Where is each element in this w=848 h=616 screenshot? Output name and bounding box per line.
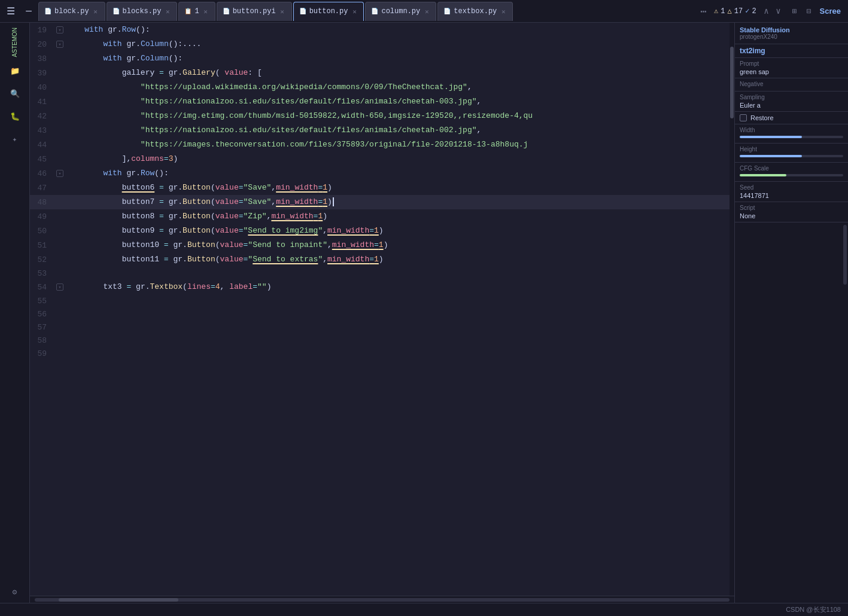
tab-1[interactable]: 📋 1 ✕ (178, 2, 215, 21)
line-number: 54 (30, 283, 54, 292)
vertical-scrollbar[interactable] (730, 23, 734, 596)
seed-section: Seed 14417871 (735, 182, 848, 202)
line-content[interactable]: button6 = gr.Button(value="Save",min_wid… (66, 181, 730, 195)
code-line-45: 45 ],columns=3) (30, 152, 730, 166)
cfg-slider[interactable] (740, 174, 843, 176)
tab-close-icon[interactable]: ✕ (499, 7, 507, 16)
tab-close-icon[interactable]: ✕ (350, 7, 358, 16)
scrollbar-thumb[interactable] (730, 47, 734, 118)
tab-button-pyi[interactable]: 📄 button.pyi ✕ (217, 2, 292, 21)
line-content[interactable]: "https://images.theconversation.com/file… (66, 138, 730, 152)
line-content[interactable]: button10 = gr.Button(value="Send to inpa… (66, 238, 730, 252)
tab-file-icon: 📄 (112, 7, 120, 16)
txt2img-label[interactable]: txt2img (740, 47, 843, 55)
line-content[interactable]: "https://upload.wikimedia.org/wikipedia/… (66, 80, 730, 94)
line-content[interactable]: with gr.Row(): (66, 166, 730, 181)
line-content[interactable]: button8 = gr.Button(value="Zip",min_widt… (66, 209, 730, 224)
sampling-value[interactable]: Euler a (740, 102, 843, 109)
tab-file-icon: 📄 (44, 7, 52, 16)
code-line-53: 53 (30, 267, 730, 280)
tab-bar-left: ☰ — 📄 block.py ✕ 📄 blocks.py ✕ 📋 1 ✕ 📄 b… (2, 2, 513, 21)
line-content[interactable]: txt3 = gr.Textbox(lines=4, label="") (66, 280, 730, 294)
tab-textbox-py[interactable]: 📄 textbox.py ✕ (437, 2, 513, 21)
tab-file-icon: 📋 (184, 7, 192, 16)
tab-label: block.py (54, 7, 89, 16)
tab-button-py[interactable]: 📄 button.py ✕ (293, 2, 364, 21)
tab-label: 1 (194, 7, 199, 16)
more-button[interactable]: ⋯ (698, 5, 709, 18)
h-scrollbar-thumb[interactable] (59, 598, 178, 602)
line-number: 56 (30, 310, 54, 319)
grid-layout-icon[interactable]: ⊟ (803, 5, 815, 17)
line-content[interactable]: button7 = gr.Button(value="Save",min_wid… (66, 195, 730, 209)
line-content[interactable]: "https://nationalzoo.si.edu/sites/defaul… (66, 123, 730, 138)
line-content[interactable]: gallery = gr.Gallery( value: [ (66, 66, 730, 80)
tab-block-py[interactable]: 📄 block.py ✕ (38, 2, 105, 21)
line-content (66, 353, 730, 354)
tab-blocks-py[interactable]: 📄 blocks.py ✕ (107, 2, 178, 21)
fold-icon[interactable]: ▾ (56, 41, 63, 48)
restore-checkbox[interactable] (740, 114, 747, 121)
code-line-44: 44 "https://images.theconversation.com/f… (30, 138, 730, 152)
line-content[interactable]: with gr.Column(): (66, 51, 730, 66)
script-value[interactable]: None (740, 212, 843, 219)
height-slider[interactable] (740, 155, 843, 157)
main-area: ASTEMON 📁 🔍 🐛 ✦ ⚙ 19 ▾ with gr.Row(): 20 (0, 23, 848, 603)
line-content[interactable]: ],columns=3) (66, 152, 730, 166)
tab-close-icon[interactable]: ✕ (202, 7, 210, 16)
sampling-label: Sampling (740, 94, 843, 100)
sidebar-explorer-icon[interactable]: 📁 (4, 60, 26, 82)
code-line-58: 58 (30, 334, 730, 347)
width-label: Width (740, 127, 843, 133)
line-content (66, 273, 730, 274)
prompt-label: Prompt (740, 60, 843, 67)
prompt-value[interactable]: green sap (740, 68, 843, 75)
line-content[interactable]: with gr.Column():.... (66, 37, 730, 51)
width-slider[interactable] (740, 136, 843, 138)
code-line-38: 38 with gr.Column(): (30, 51, 730, 66)
tab-file-icon: 📄 (443, 7, 451, 16)
tab-column-py[interactable]: 📄 column.py ✕ (365, 2, 436, 21)
width-slider-fill (740, 136, 802, 138)
line-gutter[interactable]: ▾ (54, 26, 66, 33)
tab-close-icon[interactable]: ✕ (423, 7, 431, 16)
height-section: Height (735, 144, 848, 163)
line-gutter[interactable]: ▾ (54, 283, 66, 291)
line-content[interactable]: "https://img.etimg.com/thumb/msid-501598… (66, 109, 730, 123)
sidebar-settings-icon[interactable]: ⚙ (4, 581, 26, 603)
line-number: 20 (30, 40, 54, 49)
right-panel-scrollbar[interactable] (843, 225, 847, 285)
sidebar-extensions-icon[interactable]: ✦ (4, 129, 26, 150)
minimize-icon[interactable]: — (20, 3, 37, 20)
fold-icon[interactable]: ▾ (56, 26, 63, 33)
horizontal-scrollbar[interactable] (35, 598, 730, 602)
warning-badge: ⚠ 1 △ 17 ✓ 2 (714, 7, 756, 16)
next-chevron-icon[interactable]: ∨ (773, 6, 784, 17)
sidebar-search-icon[interactable]: 🔍 (4, 83, 26, 105)
height-slider-fill (740, 155, 802, 157)
tab-close-icon[interactable]: ✕ (278, 7, 287, 16)
seed-value[interactable]: 14417871 (740, 192, 843, 199)
line-content[interactable]: with gr.Row(): (66, 23, 730, 37)
prev-chevron-icon[interactable]: ∧ (761, 6, 772, 17)
tab-close-icon[interactable]: ✕ (163, 7, 172, 16)
split-layout-icon[interactable]: ⊞ (789, 5, 801, 17)
line-gutter[interactable]: ▾ (54, 170, 66, 177)
line-gutter[interactable]: ▾ (54, 41, 66, 48)
line-content[interactable]: button11 = gr.Button(value="Send to extr… (66, 252, 730, 267)
tab-close-icon[interactable]: ✕ (92, 7, 100, 16)
line-content[interactable]: button9 = gr.Button(value="Send to img2i… (66, 224, 730, 238)
tab-label: textbox.py (454, 7, 497, 16)
code-line-46: 46 ▾ with gr.Row(): (30, 166, 730, 181)
fold-icon[interactable]: ▾ (56, 170, 63, 177)
code-line-50: 50 button9 = gr.Button(value="Send to im… (30, 224, 730, 238)
code-line-59: 59 (30, 347, 730, 360)
sidebar-debug-icon[interactable]: 🐛 (4, 106, 26, 127)
menu-hamburger-icon[interactable]: ☰ (2, 3, 19, 20)
script-label: Script (740, 205, 843, 211)
fold-icon[interactable]: ▾ (56, 283, 63, 291)
line-content[interactable]: "https://nationalzoo.si.edu/sites/defaul… (66, 94, 730, 109)
layout-icons: ⊞ ⊟ (789, 5, 815, 17)
line-content (66, 300, 730, 301)
aster-label: ASTEMON (11, 25, 18, 59)
